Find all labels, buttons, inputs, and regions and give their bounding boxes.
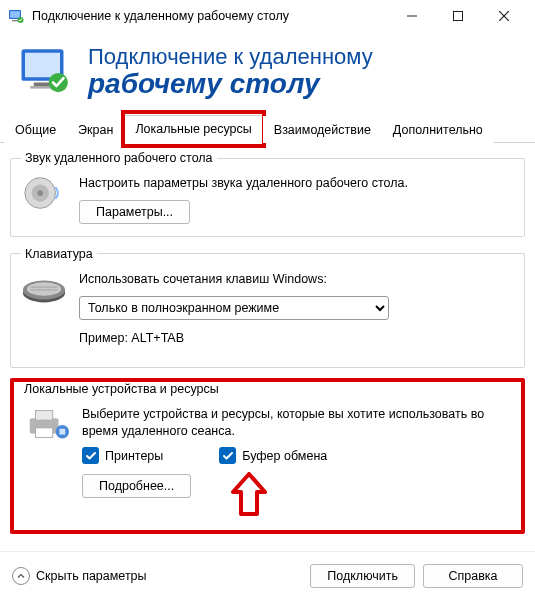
- connect-button[interactable]: Подключить: [310, 564, 415, 588]
- svg-rect-23: [36, 427, 53, 437]
- header-line1: Подключение к удаленному: [88, 45, 373, 69]
- checkbox-printers[interactable]: Принтеры: [82, 447, 163, 464]
- help-button[interactable]: Справка: [423, 564, 523, 588]
- printer-devices-icon: [24, 404, 70, 444]
- keyboard-desc: Использовать сочетания клавиш Windows:: [79, 271, 514, 288]
- svg-rect-25: [59, 428, 65, 434]
- group-remote-audio: Звук удаленного рабочего стола Настроить…: [10, 151, 525, 237]
- tab-local-resources[interactable]: Локальные ресурсы: [124, 115, 262, 143]
- keyboard-combo-select[interactable]: Только в полноэкранном режиме: [79, 296, 389, 320]
- hide-options-label: Скрыть параметры: [36, 569, 147, 583]
- window-title: Подключение к удаленному рабочему столу: [32, 9, 389, 23]
- annotation-highlight-devices: Локальные устройства и ресурсы Выберите …: [10, 378, 525, 535]
- svg-point-15: [37, 190, 43, 196]
- group-local-devices-legend: Локальные устройства и ресурсы: [20, 382, 223, 396]
- tab-experience[interactable]: Взаимодействие: [263, 116, 382, 143]
- svg-rect-5: [454, 12, 463, 21]
- audio-settings-button[interactable]: Параметры...: [79, 200, 190, 224]
- tab-display[interactable]: Экран: [67, 116, 124, 143]
- group-keyboard-legend: Клавиатура: [21, 247, 97, 261]
- group-local-devices: Локальные устройства и ресурсы Выберите …: [14, 382, 521, 531]
- rdp-app-icon: [8, 8, 24, 24]
- keyboard-icon: [21, 269, 67, 309]
- tab-general[interactable]: Общие: [4, 116, 67, 143]
- svg-rect-22: [36, 410, 53, 420]
- tab-advanced[interactable]: Дополнительно: [382, 116, 494, 143]
- maximize-button[interactable]: [435, 0, 481, 32]
- local-devices-desc: Выберите устройства и ресурсы, которые в…: [82, 406, 511, 440]
- chevron-up-icon: [12, 567, 30, 585]
- rdp-monitor-icon: [18, 44, 74, 100]
- checkbox-clipboard[interactable]: Буфер обмена: [219, 447, 327, 464]
- tab-content: Звук удаленного рабочего стола Настроить…: [0, 143, 535, 534]
- dialog-header: Подключение к удаленному рабочему столу: [0, 32, 535, 114]
- group-remote-audio-legend: Звук удаленного рабочего стола: [21, 151, 217, 165]
- header-line2: рабочему столу: [88, 69, 373, 98]
- remote-audio-desc: Настроить параметры звука удаленного раб…: [79, 175, 514, 192]
- checkmark-icon: [82, 447, 99, 464]
- close-button[interactable]: [481, 0, 527, 32]
- more-devices-button[interactable]: Подробнее...: [82, 474, 191, 498]
- dialog-footer: Скрыть параметры Подключить Справка: [0, 551, 535, 599]
- hide-options-button[interactable]: Скрыть параметры: [12, 567, 147, 585]
- speaker-icon: [21, 173, 67, 213]
- checkmark-icon: [219, 447, 236, 464]
- svg-point-18: [27, 282, 62, 295]
- minimize-button[interactable]: [389, 0, 435, 32]
- annotation-arrow-up-icon: [229, 472, 269, 518]
- tab-strip: Общие Экран Локальные ресурсы Взаимодейс…: [0, 114, 535, 143]
- checkbox-clipboard-label: Буфер обмена: [242, 449, 327, 463]
- svg-rect-1: [10, 11, 20, 18]
- tab-local-resources-label: Локальные ресурсы: [135, 122, 251, 136]
- svg-rect-10: [34, 83, 52, 87]
- keyboard-example: Пример: ALT+TAB: [79, 330, 514, 347]
- svg-rect-2: [12, 20, 18, 21]
- checkbox-printers-label: Принтеры: [105, 449, 163, 463]
- titlebar: Подключение к удаленному рабочему столу: [0, 0, 535, 32]
- group-keyboard: Клавиатура Использовать сочетания клавиш…: [10, 247, 525, 368]
